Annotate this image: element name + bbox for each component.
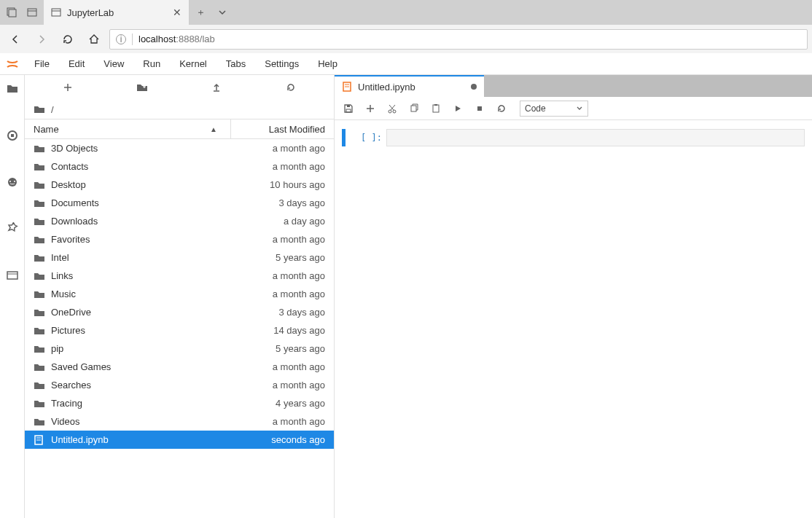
item-modified: a month ago — [230, 270, 325, 281]
restart-button[interactable] — [493, 101, 510, 117]
svg-rect-27 — [477, 106, 482, 111]
cell-input-area[interactable] — [386, 129, 805, 146]
notebook-tab-title: Untitled.ipynb — [358, 82, 465, 93]
activity-bar — [0, 75, 25, 518]
commands-tab-icon[interactable] — [3, 173, 22, 192]
svg-point-10 — [14, 181, 15, 182]
menubar: FileEditViewRunKernelTabsSettingsHelp — [0, 53, 812, 75]
tab-favicon — [51, 7, 61, 17]
item-name: Untitled.ipynb — [48, 434, 230, 445]
folder-item[interactable]: Contactsa month ago — [25, 157, 334, 176]
item-name: Pictures — [48, 325, 230, 336]
folder-icon — [34, 180, 48, 190]
refresh-filebrowser-button[interactable] — [282, 79, 300, 96]
header-modified-col[interactable]: Last Modified — [230, 119, 325, 138]
svg-rect-7 — [11, 134, 14, 137]
item-modified: 5 years ago — [230, 343, 325, 354]
menu-file[interactable]: File — [25, 53, 59, 75]
svg-rect-11 — [7, 272, 17, 279]
new-folder-button[interactable] — [133, 79, 151, 96]
notebook-tab[interactable]: Untitled.ipynb — [335, 75, 484, 97]
item-modified: a month ago — [230, 143, 325, 154]
menu-tabs[interactable]: Tabs — [216, 53, 255, 75]
folder-item[interactable]: 3D Objectsa month ago — [25, 139, 334, 157]
site-info-icon[interactable]: i — [116, 34, 126, 44]
cell-prompt: [ ]: — [351, 129, 386, 146]
save-button[interactable] — [340, 101, 356, 117]
header-name-col[interactable]: Name ▲ — [34, 124, 230, 135]
menu-run[interactable]: Run — [133, 53, 170, 75]
close-tab-icon[interactable]: ✕ — [173, 7, 181, 18]
folder-item[interactable]: OneDrive3 days ago — [25, 303, 334, 321]
home-button[interactable] — [83, 28, 105, 50]
copy-button[interactable] — [406, 101, 422, 117]
browser-chrome: JupyterLab ✕ ＋ i localhost:8888/lab — [0, 0, 812, 53]
filebrowser-tab-icon[interactable] — [3, 79, 22, 98]
folder-item[interactable]: Pictures14 days ago — [25, 321, 334, 340]
folder-item[interactable]: Searchesa month ago — [25, 376, 334, 394]
tab-overflow-button[interactable] — [211, 0, 233, 25]
browser-tab-active[interactable]: JupyterLab ✕ — [44, 0, 190, 25]
notebook-item[interactable]: Untitled.ipynbseconds ago — [25, 431, 334, 449]
set-aside-tabs-icon[interactable] — [4, 5, 19, 20]
jupyterlab-app: FileEditViewRunKernelTabsSettingsHelp — [0, 53, 812, 518]
folder-item[interactable]: Desktop10 hours ago — [25, 176, 334, 194]
new-tab-button[interactable]: ＋ — [190, 0, 211, 25]
interrupt-button[interactable] — [472, 101, 488, 117]
item-name: Intel — [48, 252, 230, 263]
item-modified: a month ago — [230, 416, 325, 427]
folder-item[interactable]: Videosa month ago — [25, 412, 334, 431]
new-launcher-button[interactable] — [59, 79, 77, 96]
cut-button[interactable] — [384, 101, 400, 117]
breadcrumb-root[interactable]: / — [51, 104, 54, 115]
folder-icon — [34, 362, 48, 372]
folder-item[interactable]: Downloadsa day ago — [25, 212, 334, 230]
svg-rect-25 — [433, 105, 439, 112]
cell-type-selector[interactable]: Code — [520, 101, 588, 117]
forward-button[interactable] — [31, 28, 52, 50]
folder-item[interactable]: pip5 years ago — [25, 340, 334, 358]
address-input[interactable]: i localhost:8888/lab — [109, 29, 808, 50]
extensions-tab-icon[interactable] — [3, 219, 22, 238]
notebook-content[interactable]: [ ]: — [335, 120, 812, 518]
refresh-button[interactable] — [57, 28, 79, 50]
run-button[interactable] — [450, 101, 466, 117]
item-name: Tracing — [48, 398, 230, 409]
code-cell[interactable]: [ ]: — [342, 129, 805, 146]
folder-item[interactable]: Musica month ago — [25, 285, 334, 303]
menu-help[interactable]: Help — [308, 53, 347, 75]
item-name: Videos — [48, 416, 230, 427]
folder-item[interactable]: Intel5 years ago — [25, 248, 334, 267]
paste-button[interactable] — [428, 101, 444, 117]
window-buttons — [0, 0, 44, 25]
item-name: Documents — [48, 197, 230, 208]
open-tabs-icon[interactable] — [3, 266, 22, 285]
menu-kernel[interactable]: Kernel — [170, 53, 216, 75]
item-name: Saved Games — [48, 361, 230, 372]
folder-icon — [34, 399, 48, 409]
folder-item[interactable]: Linksa month ago — [25, 267, 334, 285]
svg-rect-1 — [9, 9, 16, 17]
item-name: Contacts — [48, 161, 230, 172]
folder-item[interactable]: Tracing4 years ago — [25, 394, 334, 412]
running-tab-icon[interactable] — [3, 126, 22, 145]
folder-item[interactable]: Favoritesa month ago — [25, 230, 334, 248]
cell-active-indicator — [342, 129, 346, 146]
filebrowser-header: Name ▲ Last Modified — [25, 119, 334, 139]
folder-item[interactable]: Documents3 days ago — [25, 194, 334, 212]
show-tabs-icon[interactable] — [25, 5, 39, 20]
menu-view[interactable]: View — [94, 53, 133, 75]
folder-item[interactable]: Saved Gamesa month ago — [25, 358, 334, 376]
jupyter-logo[interactable] — [0, 53, 25, 75]
item-modified: 10 hours ago — [230, 179, 325, 190]
menu-settings[interactable]: Settings — [255, 53, 308, 75]
folder-icon — [34, 326, 48, 336]
upload-button[interactable] — [208, 79, 225, 96]
back-button[interactable] — [4, 28, 26, 50]
insert-cell-button[interactable] — [362, 101, 378, 117]
folder-icon — [34, 216, 48, 227]
filebrowser-panel: / Name ▲ Last Modified 3D Objectsa month… — [25, 75, 335, 518]
menu-edit[interactable]: Edit — [59, 53, 94, 75]
tab-strip: JupyterLab ✕ ＋ — [0, 0, 812, 25]
breadcrumb[interactable]: / — [25, 100, 334, 119]
